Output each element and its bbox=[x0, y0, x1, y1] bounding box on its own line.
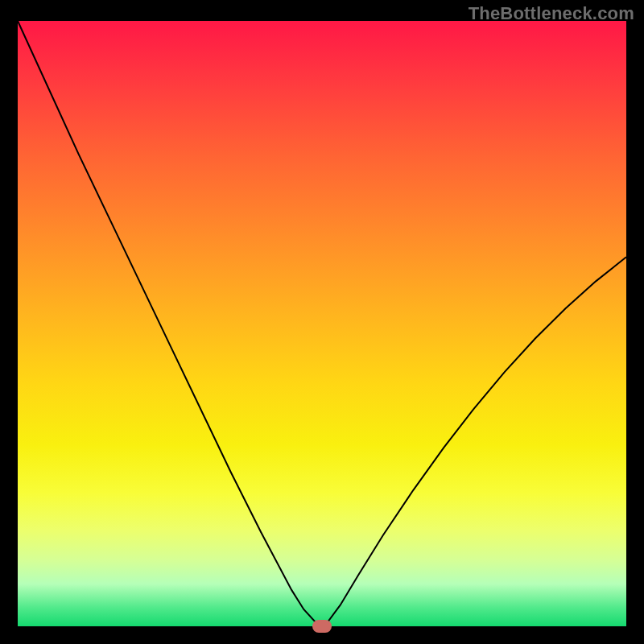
minimum-marker bbox=[312, 620, 332, 633]
watermark-text: TheBottleneck.com bbox=[469, 3, 634, 24]
plot-area bbox=[18, 21, 626, 626]
chart-frame: TheBottleneck.com bbox=[0, 0, 644, 644]
bottleneck-curve bbox=[18, 21, 626, 626]
